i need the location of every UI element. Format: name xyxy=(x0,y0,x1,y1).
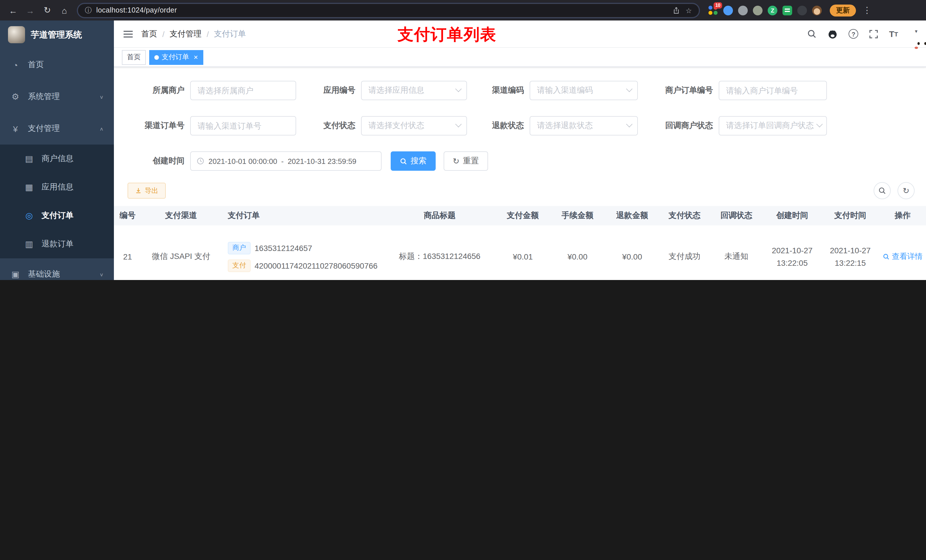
back-icon[interactable]: ← xyxy=(6,5,21,15)
home-icon[interactable]: ⌂ xyxy=(57,5,72,15)
fullscreen-icon[interactable] xyxy=(869,29,878,38)
pay-order-cell: 商户 1635312124657 支付 42000011742021102780… xyxy=(221,242,384,272)
sidebar-item-home[interactable]: ◔ 首页 xyxy=(0,49,114,81)
table-refresh-icon[interactable]: ↻ xyxy=(897,182,915,199)
create-time-range-picker[interactable]: 2021-10-01 00:00:00 - 2021-10-31 23:59:5… xyxy=(190,151,381,171)
breadcrumb-separator: / xyxy=(207,29,209,38)
page-title: 支付订单列表 xyxy=(398,24,496,45)
filter-label: 渠道编码 xyxy=(477,85,530,96)
sidebar-item-refund-order[interactable]: ▥ 退款订单 xyxy=(0,230,114,258)
product-title: 标题：1635312124656 xyxy=(384,252,495,262)
sidebar-item-app-info[interactable]: ▦ 应用信息 xyxy=(0,173,114,201)
tab-active-dot xyxy=(154,55,159,59)
chevron-down-icon: ∨ xyxy=(99,272,104,277)
filter-label: 渠道订单号 xyxy=(127,121,190,131)
gear-icon: ⚙ xyxy=(10,92,21,102)
sage-extension-icon[interactable] xyxy=(753,5,763,15)
dashboard-icon: ◔ xyxy=(10,60,21,70)
bookmark-star-icon[interactable]: ☆ xyxy=(686,6,692,15)
view-detail-link[interactable]: 查看详情 xyxy=(883,252,923,262)
chevron-down-icon xyxy=(626,86,633,92)
sidebar-item-infrastructure[interactable]: ▣ 基础设施 ∨ xyxy=(0,258,114,280)
site-info-icon[interactable]: ⓘ xyxy=(85,5,92,15)
filter-label: 创建时间 xyxy=(127,156,190,166)
tabs-bar: 首页 支付订单 × xyxy=(114,48,926,67)
breadcrumb-payment[interactable]: 支付管理 xyxy=(170,29,201,39)
order-table: 编号 支付渠道 支付订单 商品标题 支付金额 手续金额 退款金额 支付状态 回调… xyxy=(114,206,926,280)
tab-pay-order[interactable]: 支付订单 × xyxy=(149,50,203,65)
channel-order-no-input[interactable] xyxy=(190,116,296,136)
card-icon: ▤ xyxy=(24,154,34,164)
breadcrumb-separator: / xyxy=(162,29,165,38)
chevron-up-icon: ∧ xyxy=(99,126,104,131)
browser-menu-icon[interactable]: ⋮ xyxy=(863,5,872,15)
hamburger-icon[interactable] xyxy=(123,29,133,38)
document-icon: ▥ xyxy=(24,239,34,249)
gray-extension-icon[interactable] xyxy=(738,5,748,15)
notify-status-select[interactable]: 请选择订单回调商户状态 xyxy=(719,116,827,136)
sidebar-item-system[interactable]: ⚙ 系统管理 ∨ xyxy=(0,81,114,113)
logo-image xyxy=(8,26,25,43)
chevron-down-icon: ∨ xyxy=(99,94,104,100)
table-row[interactable]: 21 微信 JSAPI 支付 商户 1635312124657 支付 42000… xyxy=(114,225,926,280)
reload-icon[interactable]: ↻ xyxy=(40,5,54,15)
pay-order-no: 4200001174202110278060590766 xyxy=(254,261,378,270)
table-search-toggle-icon[interactable] xyxy=(874,182,891,199)
search-icon[interactable] xyxy=(807,29,817,39)
top-header: 首页 / 支付管理 / 支付订单 支付订单列表 ? xyxy=(114,21,926,48)
dark-extension-icon[interactable] xyxy=(797,5,807,15)
target-icon: ◎ xyxy=(24,211,34,221)
reset-button[interactable]: ↻ 重置 xyxy=(443,151,488,171)
clock-icon xyxy=(197,157,204,165)
chevron-down-icon xyxy=(816,121,823,127)
refund-status-select[interactable]: 请选择退款状态 xyxy=(530,116,638,136)
browser-window: ← → ↻ ⌂ ⓘ localhost:1024/pay/order ☆ 10 … xyxy=(0,0,926,280)
github-icon[interactable] xyxy=(828,29,838,39)
sidebar: 芋道管理系统 ◔ 首页 ⚙ 系统管理 ∨ ¥ 支付管理 ∧ ▤ 商户信息 xyxy=(0,21,114,280)
filter-label: 所属商户 xyxy=(127,85,190,96)
green-extension-icon[interactable]: Z xyxy=(768,5,777,15)
sidebar-logo[interactable]: 芋道管理系统 xyxy=(0,21,114,49)
merchant-order-no: 1635312124657 xyxy=(254,243,312,252)
breadcrumb-home[interactable]: 首页 xyxy=(141,29,157,39)
font-size-icon[interactable]: TT xyxy=(889,29,898,39)
grid-icon: ▦ xyxy=(24,182,34,192)
payment-submenu: ▤ 商户信息 ▦ 应用信息 ◎ 支付订单 ▥ 退款订单 xyxy=(0,145,114,258)
tab-close-icon[interactable]: × xyxy=(194,53,198,61)
pay-status-select[interactable]: 请选择支付状态 xyxy=(361,116,467,136)
search-button[interactable]: 搜索 xyxy=(391,151,436,171)
help-icon[interactable]: ? xyxy=(849,29,858,39)
notify-status: 未通知 xyxy=(710,252,763,262)
app-select[interactable]: 请选择应用信息 xyxy=(361,81,467,100)
fee-amount: ¥0.00 xyxy=(550,252,605,261)
filter-label: 回调商户状态 xyxy=(648,121,719,131)
forward-icon[interactable]: → xyxy=(23,5,38,15)
extension-badge: 10 xyxy=(714,2,722,8)
monkey-extension-icon[interactable] xyxy=(812,5,822,15)
merchant-input[interactable] xyxy=(190,81,296,100)
sidebar-item-payment[interactable]: ¥ 支付管理 ∧ xyxy=(0,113,114,145)
extensions-row: 10 Z xyxy=(708,5,822,15)
url-text: localhost:1024/pay/order xyxy=(96,6,668,14)
chat-extension-icon[interactable] xyxy=(782,5,792,15)
refresh-icon: ↻ xyxy=(453,157,459,166)
filter-label: 商户订单编号 xyxy=(648,85,719,96)
address-bar[interactable]: ⓘ localhost:1024/pay/order ☆ xyxy=(77,3,699,17)
logo-title: 芋道管理系统 xyxy=(31,29,82,40)
yen-icon: ¥ xyxy=(10,124,21,133)
merchant-order-no-input[interactable] xyxy=(719,81,827,100)
share-icon[interactable] xyxy=(673,6,680,14)
channel-code-select[interactable]: 请输入渠道编码 xyxy=(530,81,638,100)
filter-label: 支付状态 xyxy=(306,121,361,131)
sidebar-item-merchant-info[interactable]: ▤ 商户信息 xyxy=(0,145,114,173)
chevron-down-icon xyxy=(455,121,462,127)
infrastructure-icon: ▣ xyxy=(10,269,21,279)
drop-extension-icon[interactable] xyxy=(723,5,733,15)
browser-update-button[interactable]: 更新 xyxy=(830,4,856,16)
merchant-tag: 商户 xyxy=(228,242,251,254)
colorful-extension-icon[interactable]: 10 xyxy=(708,5,718,15)
sidebar-item-pay-order[interactable]: ◎ 支付订单 xyxy=(0,201,114,230)
tab-home[interactable]: 首页 xyxy=(122,50,146,65)
export-button[interactable]: 导出 xyxy=(127,183,166,199)
table-header: 编号 支付渠道 支付订单 商品标题 支付金额 手续金额 退款金额 支付状态 回调… xyxy=(114,206,926,225)
